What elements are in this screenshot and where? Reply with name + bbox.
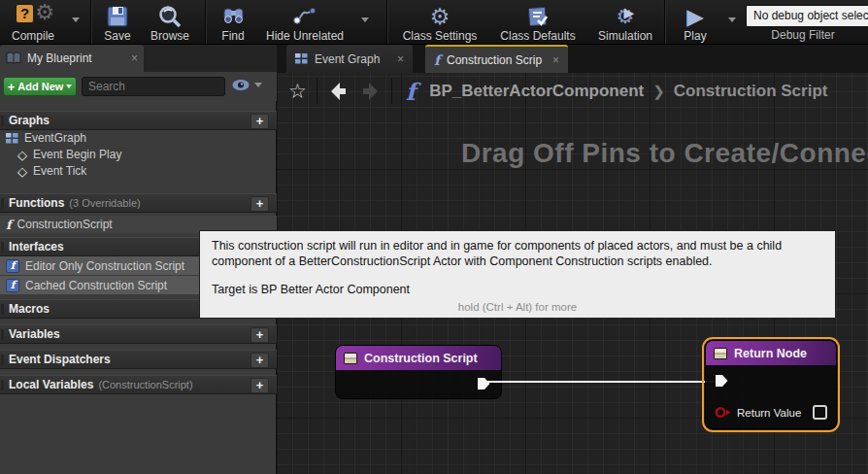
bookmark-star-icon[interactable]: ☆ [288, 80, 307, 103]
list-item-event-tick[interactable]: ◇ Event Tick [0, 162, 277, 180]
my-blueprint-actionbar: + Add New [0, 72, 277, 101]
return-value-row: Return Value [706, 405, 836, 420]
compile-button[interactable]: ⚙ ? Compile [2, 2, 64, 43]
chevron-right-icon: ❯ [652, 83, 665, 100]
hide-unrelated-caret-icon[interactable] [361, 17, 369, 22]
breadcrumb-current[interactable]: Construction Script [674, 82, 828, 101]
add-event-dispatcher-button[interactable]: + [250, 353, 269, 368]
my-blueprint-tabbar: My Blueprint × [0, 45, 277, 72]
return-value-checkbox[interactable] [813, 405, 827, 420]
section-label: Functions [9, 196, 64, 210]
list-item-eventgraph[interactable]: EventGraph [0, 129, 277, 147]
node-header: Construction Script [336, 346, 501, 370]
gear-icon: ⚙ [35, 0, 54, 24]
divider [391, 79, 392, 104]
graph-tabstrip: Event Graph × f Construction Scrip × [277, 45, 868, 73]
list-item-label: Editor Only Construction Script [25, 259, 184, 273]
toolbar-separator [205, 0, 207, 44]
section-label: Local Variables [9, 378, 93, 391]
add-graph-button[interactable]: + [250, 114, 269, 129]
compile-options-caret-icon[interactable] [72, 17, 80, 22]
add-local-variable-button[interactable]: + [250, 378, 269, 393]
play-button[interactable]: ▶ Play [670, 2, 720, 43]
chevron-down-icon [66, 85, 72, 88]
nav-forward-icon[interactable] [360, 81, 382, 102]
close-icon[interactable]: × [397, 53, 404, 65]
find-icon [221, 4, 246, 29]
function-icon: f [406, 78, 416, 106]
close-icon[interactable]: × [552, 54, 559, 66]
hide-unrelated-icon [292, 4, 317, 29]
tab-label: Event Graph [315, 52, 380, 66]
tab-construction-script[interactable]: f Construction Scrip × [425, 45, 568, 73]
node-title: Return Node [734, 347, 807, 360]
tab-event-graph[interactable]: Event Graph × [286, 45, 413, 73]
hide-unrelated-button[interactable]: Hide Unrelated [255, 2, 354, 43]
function-icon: f [434, 52, 440, 68]
debug-filter-label: Debug Filter [740, 28, 866, 42]
toolbar-separator [386, 0, 388, 44]
section-header-event-dispatchers[interactable]: Event Dispatchers + [0, 350, 277, 369]
node-return[interactable]: Return Node Return Value [705, 340, 837, 429]
function-node-icon [344, 353, 357, 364]
node-construction-script[interactable]: Construction Script [335, 345, 502, 399]
add-new-button[interactable]: + Add New [3, 77, 77, 96]
event-diamond-icon: ◇ [17, 165, 27, 178]
tooltip-hint: hold (Ctrl + Alt) for more [212, 301, 823, 313]
toolbar-separator [90, 0, 92, 44]
list-item-event-begin-play[interactable]: ◇ Event Begin Play [0, 146, 277, 163]
function-node-icon [714, 348, 727, 359]
hide-unrelated-label: Hide Unrelated [266, 29, 344, 43]
section-hint: (ConstructionScript) [98, 379, 192, 390]
add-function-button[interactable]: + [250, 196, 269, 212]
book-icon [6, 51, 21, 65]
nav-back-icon[interactable] [327, 81, 349, 102]
visibility-filter-button[interactable] [231, 79, 262, 91]
play-options-caret-icon[interactable] [728, 17, 736, 22]
find-button[interactable]: Find [211, 2, 255, 43]
tooltip-body: This construction script will run in edi… [212, 238, 823, 269]
browse-button[interactable]: Browse [142, 2, 198, 43]
graph-watermark: Drag Off Pins to Create/Connect N [461, 138, 868, 169]
graph-icon [295, 53, 308, 64]
exec-output-pin[interactable] [476, 376, 491, 391]
class-defaults-icon [526, 4, 550, 29]
add-new-label: Add New [17, 81, 63, 92]
simulation-icon: ⚙ ▶ [617, 4, 635, 29]
bool-input-pin[interactable] [715, 406, 731, 419]
add-variable-button[interactable]: + [250, 327, 269, 343]
section-label: Graphs [9, 114, 50, 127]
tab-my-blueprint[interactable]: My Blueprint × [0, 45, 144, 72]
class-settings-icon: ⚙ [430, 4, 451, 29]
tab-title: My Blueprint [27, 51, 92, 65]
save-button[interactable]: Save [95, 2, 140, 43]
search-input[interactable] [83, 80, 243, 93]
chevron-down-icon [254, 83, 262, 87]
close-icon[interactable]: × [131, 52, 138, 64]
save-icon [106, 4, 129, 29]
section-header-functions[interactable]: Functions (3 Overridable) + [0, 193, 277, 213]
list-item-label: Event Begin Play [33, 148, 121, 161]
simulation-label: Simulation [598, 29, 652, 43]
divider [317, 79, 317, 104]
debug-object-select[interactable]: No debug object selected [746, 5, 868, 27]
simulation-button[interactable]: ⚙ ▶ Simulation [589, 2, 661, 43]
class-defaults-button[interactable]: Class Defaults [488, 2, 587, 43]
class-defaults-label: Class Defaults [500, 29, 575, 43]
class-settings-button[interactable]: ⚙ Class Settings [393, 2, 486, 43]
exec-input-pin[interactable] [714, 373, 729, 389]
compile-icon: ⚙ ? [14, 4, 52, 29]
blueprint-editor-window: ⚙ ? Compile Save Browse Find [0, 0, 868, 474]
class-settings-label: Class Settings [403, 29, 478, 43]
compile-status-badge: ? [16, 4, 34, 23]
section-header-graphs[interactable]: Graphs + [0, 111, 277, 130]
pin-label: Return Value [737, 407, 801, 419]
section-header-variables[interactable]: Variables + [0, 324, 277, 344]
breadcrumb-root[interactable]: BP_BetterActorComponent [429, 82, 644, 101]
main-toolbar: ⚙ ? Compile Save Browse Find [0, 0, 868, 45]
function-icon: f [6, 279, 19, 292]
tab-label: Construction Scrip [447, 53, 542, 67]
breadcrumb: ☆ f BP_BetterActorComponent ❯ Constructi… [277, 74, 868, 109]
section-header-local-variables[interactable]: Local Variables (ConstructionScript) + [0, 375, 277, 394]
section-label: Event Dispatchers [9, 353, 111, 366]
